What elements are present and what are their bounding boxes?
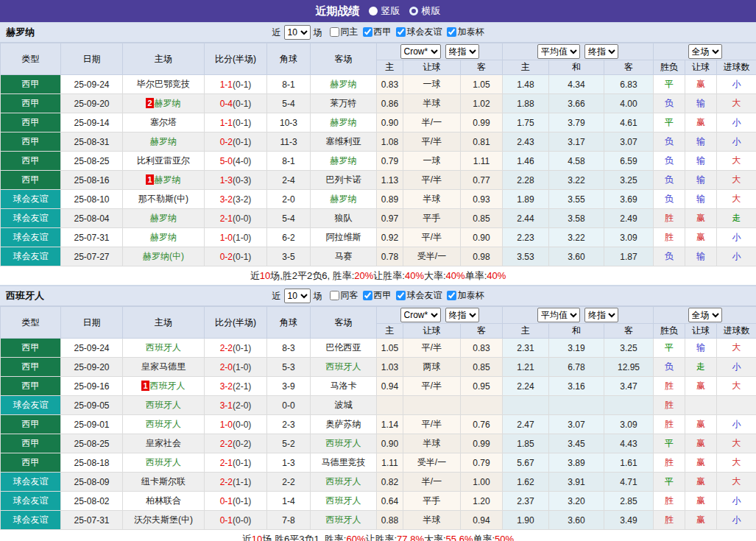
away-team-cell[interactable]: 塞维利亚 <box>311 132 377 152</box>
away-team-cell[interactable]: 巴伦西亚 <box>311 339 377 358</box>
home-team-cell[interactable]: 赫罗纳 <box>123 228 205 247</box>
team-link[interactable]: 纽卡斯尔联 <box>141 476 186 487</box>
team-link[interactable]: 塞维利亚 <box>326 136 361 146</box>
team-link[interactable]: 柏林联合 <box>146 495 181 506</box>
match-count-select[interactable]: 10 <box>284 289 311 303</box>
team-link[interactable]: 赫罗纳 <box>331 194 357 204</box>
away-team-cell[interactable]: 波城 <box>311 396 377 415</box>
home-team-cell[interactable]: 赫罗纳 <box>123 132 205 152</box>
home-team-cell[interactable]: 西班牙人 <box>123 415 205 434</box>
home-team-cell[interactable]: 比利亚雷亚尔 <box>123 152 205 171</box>
team-link[interactable]: 皇家社会 <box>146 438 181 448</box>
away-team-cell[interactable]: 赫罗纳 <box>311 113 377 132</box>
checkbox-input[interactable] <box>330 27 339 37</box>
home-team-cell[interactable]: 沃尔夫斯堡(中) <box>123 511 205 530</box>
away-team-cell[interactable]: 奥萨苏纳 <box>311 415 377 434</box>
team-link[interactable]: 比利亚雷亚尔 <box>137 155 190 166</box>
home-team-cell[interactable]: 纽卡斯尔联 <box>123 473 205 492</box>
team-link[interactable]: 赫罗纳 <box>331 117 357 127</box>
team-link[interactable]: 西班牙人 <box>326 438 361 448</box>
checkbox-input[interactable] <box>447 291 456 300</box>
team-link[interactable]: 西班牙人 <box>146 419 181 429</box>
team-link[interactable]: 西班牙人 <box>146 457 181 467</box>
team-link[interactable]: 沃尔夫斯堡(中) <box>134 515 193 525</box>
team-link[interactable]: 西班牙人 <box>326 495 361 506</box>
away-team-cell[interactable]: 西班牙人 <box>311 492 377 511</box>
scope-select[interactable]: 全场 <box>688 44 722 59</box>
average-time-select[interactable]: 终指 <box>584 44 618 59</box>
home-team-cell[interactable]: 2赫罗纳 <box>123 94 205 113</box>
team-link[interactable]: 赫罗纳 <box>331 79 357 89</box>
home-team-cell[interactable]: 1西班牙人 <box>123 377 205 396</box>
home-team-cell[interactable]: 那不勒斯(中) <box>123 190 205 209</box>
filter-checkbox[interactable]: 球会友谊 <box>392 289 442 302</box>
filter-checkbox[interactable]: 西甲 <box>358 26 392 38</box>
radio-vertical-layout[interactable]: 竖版 <box>369 4 400 18</box>
team-link[interactable]: 赫罗纳 <box>331 155 357 166</box>
team-link[interactable]: 马洛卡 <box>331 381 357 391</box>
team-link[interactable]: 西班牙人 <box>326 515 361 525</box>
team-link[interactable]: 巴列卡诺 <box>326 174 361 185</box>
average-time-select[interactable]: 终指 <box>584 308 618 322</box>
team-link[interactable]: 塞尔塔 <box>150 117 177 127</box>
away-team-cell[interactable]: 马赛 <box>311 247 377 266</box>
away-team-cell[interactable]: 赫罗纳 <box>311 75 377 94</box>
team-link[interactable]: 西班牙人 <box>146 342 181 353</box>
team-link[interactable]: 马德里竞技 <box>322 457 366 467</box>
away-team-cell[interactable]: 西班牙人 <box>311 358 377 377</box>
team-link[interactable]: 奥萨苏纳 <box>326 419 361 429</box>
team-link[interactable]: 赫罗纳 <box>155 174 181 185</box>
team-link[interactable]: 西班牙人 <box>146 400 181 410</box>
away-team-cell[interactable]: 西班牙人 <box>311 434 377 453</box>
away-team-cell[interactable]: 巴列卡诺 <box>311 171 377 190</box>
home-team-cell[interactable]: 皇家马德里 <box>123 358 205 377</box>
average-select[interactable]: 平均值 <box>537 44 580 59</box>
team-link[interactable]: 波城 <box>335 400 353 410</box>
checkbox-input[interactable] <box>396 291 406 300</box>
away-team-cell[interactable]: 阿拉维斯 <box>311 228 377 247</box>
away-team-cell[interactable]: 西班牙人 <box>311 511 377 530</box>
home-team-cell[interactable]: 西班牙人 <box>123 453 205 473</box>
away-team-cell[interactable]: 马洛卡 <box>311 377 377 396</box>
home-team-cell[interactable]: 赫罗纳 <box>123 209 205 228</box>
filter-checkbox[interactable]: 同客 <box>325 289 358 302</box>
filter-checkbox[interactable]: 加泰杯 <box>442 289 484 302</box>
team-link[interactable]: 赫罗纳 <box>150 232 177 242</box>
bookmaker-select[interactable]: Crow* <box>400 44 441 59</box>
team-link[interactable]: 马赛 <box>335 251 353 261</box>
team-link[interactable]: 赫罗纳(中) <box>143 251 184 261</box>
home-team-cell[interactable]: 塞尔塔 <box>123 113 205 132</box>
away-team-cell[interactable]: 莱万特 <box>311 94 377 113</box>
match-count-select[interactable]: 10 <box>284 25 311 40</box>
checkbox-input[interactable] <box>363 27 372 37</box>
team-link[interactable]: 毕尔巴鄂竞技 <box>137 79 190 89</box>
bookmaker-select[interactable]: Crow* <box>400 308 441 322</box>
team-link[interactable]: 阿拉维斯 <box>326 232 361 242</box>
radio-horizontal-layout[interactable]: 横版 <box>409 4 441 18</box>
team-link[interactable]: 皇家马德里 <box>141 361 186 372</box>
checkbox-input[interactable] <box>396 27 406 37</box>
team-link[interactable]: 莱万特 <box>331 98 357 108</box>
filter-checkbox[interactable]: 球会友谊 <box>392 26 442 38</box>
filter-checkbox[interactable]: 西甲 <box>358 289 392 302</box>
home-team-cell[interactable]: 毕尔巴鄂竞技 <box>123 75 205 94</box>
team-link[interactable]: 狼队 <box>335 213 353 223</box>
home-team-cell[interactable]: 西班牙人 <box>123 339 205 358</box>
average-select[interactable]: 平均值 <box>537 308 580 322</box>
filter-checkbox[interactable]: 加泰杯 <box>442 26 484 38</box>
odds-time-select[interactable]: 终指 <box>445 308 479 322</box>
team-link[interactable]: 西班牙人 <box>150 381 186 391</box>
team-link[interactable]: 赫罗纳 <box>155 98 181 108</box>
home-team-cell[interactable]: 皇家社会 <box>123 434 205 453</box>
team-link[interactable]: 西班牙人 <box>326 361 361 372</box>
filter-checkbox[interactable]: 同主 <box>325 26 358 38</box>
checkbox-input[interactable] <box>447 27 456 37</box>
team-link[interactable]: 赫罗纳 <box>150 213 177 223</box>
team-link[interactable]: 西班牙人 <box>326 476 361 487</box>
home-team-cell[interactable]: 西班牙人 <box>123 396 205 415</box>
home-team-cell[interactable]: 柏林联合 <box>123 492 205 511</box>
away-team-cell[interactable]: 西班牙人 <box>311 473 377 492</box>
odds-time-select[interactable]: 终指 <box>445 44 479 59</box>
away-team-cell[interactable]: 狼队 <box>311 209 377 228</box>
team-link[interactable]: 巴伦西亚 <box>326 342 361 353</box>
